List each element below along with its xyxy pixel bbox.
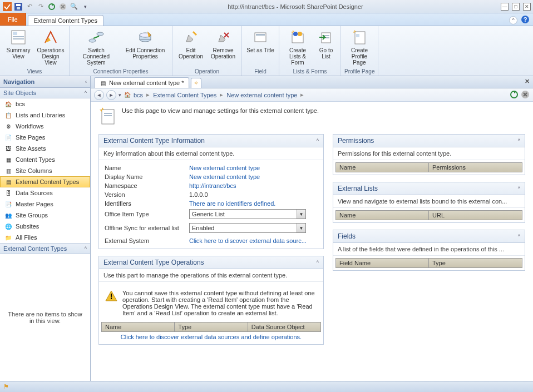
nav-ect-empty: There are no items to show in this view. xyxy=(0,254,90,381)
nav-item-site-assets[interactable]: 🖼Site Assets xyxy=(0,143,90,154)
nav-item-data-sources[interactable]: 🗄Data Sources xyxy=(0,187,90,199)
nav-item-site-columns[interactable]: ▥Site Columns xyxy=(0,165,90,176)
display-name-value[interactable]: New external content type xyxy=(189,173,318,180)
create-lists-form-button[interactable]: Create Lists & Form xyxy=(283,27,313,67)
refresh-icon[interactable] xyxy=(47,2,57,12)
breadcrumb-home[interactable]: bcs xyxy=(134,92,143,98)
identifiers-value[interactable]: There are no identifiers defined. xyxy=(189,200,318,207)
svg-rect-3 xyxy=(17,7,20,9)
refresh-icon[interactable] xyxy=(510,90,519,100)
office-item-type-label: Office Item Type xyxy=(105,211,189,217)
namespace-value[interactable]: http://intranet/bcs xyxy=(189,182,318,189)
database-icon: 🗄 xyxy=(4,189,12,197)
edit-connection-properties-button[interactable]: Edit Connection Properties xyxy=(122,27,169,61)
nav-item-lists[interactable]: 📋Lists and Libraries xyxy=(0,110,90,121)
nav-item-all-files[interactable]: 📁All Files xyxy=(0,232,90,243)
close-tab-button[interactable]: ✕ xyxy=(525,78,530,85)
edit-operation-button[interactable]: Edit Operation xyxy=(176,27,206,61)
file-tab[interactable]: File xyxy=(0,13,26,26)
col-type[interactable]: Type xyxy=(175,322,248,331)
version-label: Version xyxy=(105,191,189,198)
col-name[interactable]: Name xyxy=(102,322,175,331)
zoom-icon[interactable]: 🔍 xyxy=(69,2,79,12)
warning-box: ! You cannot save this external content … xyxy=(101,286,321,320)
content-type-icon: ▦ xyxy=(4,156,12,163)
name-value[interactable]: New external content type xyxy=(189,165,318,171)
discover-link[interactable]: Click here to discover external data sou… xyxy=(101,332,321,342)
maximize-button[interactable]: □ xyxy=(512,3,520,11)
summary-view-button[interactable]: Summary View xyxy=(3,27,33,61)
navigation-header[interactable]: Navigation‹ xyxy=(0,76,90,88)
set-as-title-button[interactable]: Set as Title xyxy=(245,27,275,54)
info-panel-header[interactable]: External Content Type Information^ xyxy=(99,135,323,147)
col-url[interactable]: URL xyxy=(429,211,522,220)
svg-rect-10 xyxy=(13,36,24,37)
col-field-name[interactable]: Field Name xyxy=(336,259,429,267)
ribbon-group-views: Views xyxy=(3,67,66,76)
office-item-type-select[interactable]: Generic List▼ xyxy=(189,209,306,219)
svg-text:?: ? xyxy=(524,16,527,23)
stop-icon[interactable] xyxy=(521,90,530,100)
svg-rect-11 xyxy=(13,38,24,39)
tab-external-content-types[interactable]: External Content Types xyxy=(28,15,103,26)
ect-icon: ▤ xyxy=(4,178,12,186)
breadcrumb: ◄ ► ▾ 🏠 bcs ▸ External Content Types ▸ N… xyxy=(91,88,533,102)
collapse-icon[interactable]: ‹ xyxy=(85,79,87,85)
back-button[interactable]: ◄ xyxy=(94,90,104,100)
app-icon[interactable] xyxy=(2,2,12,12)
fields-panel-desc: A list of the fields that were defined i… xyxy=(333,243,525,256)
operations-panel-header[interactable]: External Content Type Operations^ xyxy=(99,256,323,269)
ribbon-group-lists-forms: Lists & Forms xyxy=(283,67,337,76)
identifiers-label: Identifiers xyxy=(105,200,189,207)
document-tab[interactable]: ▤New external content type * xyxy=(94,77,189,88)
col-permissions[interactable]: Permissions xyxy=(429,163,522,172)
close-button[interactable]: ✕ xyxy=(523,3,531,11)
history-dropdown-icon[interactable]: ▾ xyxy=(119,92,121,98)
nav-item-site-pages[interactable]: 📄Site Pages xyxy=(0,132,90,143)
subsites-icon: 🌐 xyxy=(4,222,12,230)
nav-item-bcs[interactable]: 🏠bcs xyxy=(0,98,90,110)
external-lists-panel-header[interactable]: External Lists^ xyxy=(333,182,525,195)
svg-rect-25 xyxy=(355,32,365,44)
breadcrumb-ect[interactable]: External Content Types xyxy=(153,92,216,98)
svg-rect-9 xyxy=(13,32,17,35)
nav-item-site-groups[interactable]: 👥Site Groups xyxy=(0,210,90,221)
nav-item-external-content-types[interactable]: ▤External Content Types xyxy=(0,176,90,187)
new-tab-button[interactable]: ✧ xyxy=(191,78,201,88)
qat-dropdown-icon[interactable]: ▾ xyxy=(80,2,90,12)
stop-icon[interactable] xyxy=(58,2,68,12)
nav-item-content-types[interactable]: ▦Content Types xyxy=(0,154,90,165)
permissions-grid-header: Name Permissions xyxy=(335,162,522,172)
col-name[interactable]: Name xyxy=(336,163,429,172)
nav-item-master-pages[interactable]: 📑Master Pages xyxy=(0,199,90,210)
remove-operation-button[interactable]: Remove Operation xyxy=(208,27,238,61)
forward-button[interactable]: ► xyxy=(106,90,116,100)
external-system-link[interactable]: Click here to discover external data sou… xyxy=(189,237,318,244)
offline-sync-select[interactable]: Enabled▼ xyxy=(189,223,306,233)
nav-ect-section-header[interactable]: External Content Types^ xyxy=(0,243,90,254)
minimize-button[interactable]: — xyxy=(501,3,509,11)
nav-item-workflows[interactable]: ⚙Workflows xyxy=(0,121,90,132)
fields-panel-header[interactable]: Fields^ xyxy=(333,230,525,243)
col-data-source[interactable]: Data Source Object xyxy=(248,322,320,331)
minimize-ribbon-icon[interactable]: ^ xyxy=(509,16,517,24)
col-name[interactable]: Name xyxy=(336,211,429,220)
create-profile-page-button[interactable]: Create Profile Page xyxy=(344,27,374,67)
operations-design-view-button[interactable]: Operations Design View xyxy=(36,27,66,67)
site-objects-header[interactable]: Site Objects^ xyxy=(0,88,90,98)
go-to-list-button[interactable]: Go to List xyxy=(315,27,337,61)
home-icon[interactable]: 🏠 xyxy=(124,91,131,99)
window-controls: — □ ✕ xyxy=(501,3,531,11)
version-value: 1.0.0.0 xyxy=(189,191,318,198)
nav-item-subsites[interactable]: 🌐Subsites xyxy=(0,221,90,232)
help-icon[interactable]: ? xyxy=(521,15,530,25)
redo-icon[interactable]: ↷ xyxy=(36,2,46,12)
save-icon[interactable] xyxy=(13,2,23,12)
permissions-panel-header[interactable]: Permissions^ xyxy=(333,135,525,147)
undo-icon[interactable]: ↶ xyxy=(24,2,34,12)
breadcrumb-current[interactable]: New external content type xyxy=(226,92,297,98)
main-area: Navigation‹ Site Objects^ 🏠bcs 📋Lists an… xyxy=(0,76,533,381)
col-type[interactable]: Type xyxy=(429,259,522,267)
svg-text:!: ! xyxy=(110,292,113,301)
switch-connected-system-button[interactable]: Switch Connected System xyxy=(73,27,120,67)
